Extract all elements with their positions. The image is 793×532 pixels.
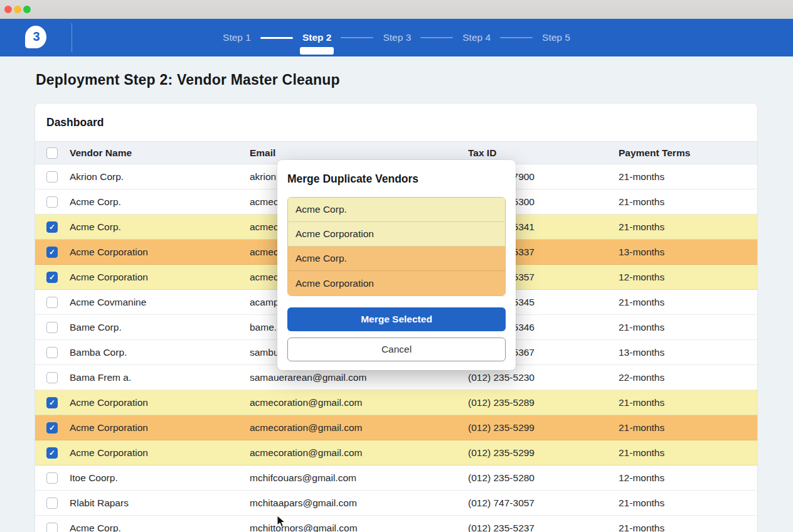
- vendor-name-cell: Rlabit Rapars: [70, 497, 250, 509]
- row-checkbox[interactable]: [46, 196, 58, 208]
- merge-candidate-item[interactable]: Acme Corporation: [288, 222, 505, 247]
- table-row[interactable]: ✓ Acme Corporation acmecoration@gmail.co…: [35, 440, 757, 466]
- payment-terms-cell: 21-months: [619, 171, 757, 183]
- payment-terms-cell: 21-months: [619, 523, 757, 532]
- table-row[interactable]: ✓ Acme Corporation acmecoration@gmail.co…: [35, 415, 757, 440]
- payment-terms-cell: 21-months: [619, 196, 757, 208]
- vendor-name-cell: Acme Corp.: [70, 523, 250, 532]
- row-checkbox[interactable]: ✓: [46, 447, 58, 459]
- step-item-5[interactable]: Step 5: [541, 29, 572, 46]
- table-row[interactable]: Acme Corp. mchittornors@gmail.com (012) …: [35, 516, 757, 532]
- row-checkbox[interactable]: ✓: [46, 397, 58, 408]
- payment-terms-cell: 12-months: [619, 472, 757, 484]
- vendor-name-cell: Acme Covmanine: [70, 297, 250, 308]
- email-cell: acmecoration@gmail.com: [250, 447, 468, 459]
- tax-id-cell: (012) 235-5237: [468, 523, 619, 532]
- payment-terms-cell: 12-months: [619, 272, 757, 283]
- merge-candidate-item[interactable]: Acme Corporation: [288, 271, 505, 295]
- merge-candidate-list: Acme Corp.Acme CorporationAcme Corp.Acme…: [287, 197, 506, 296]
- step-item-3[interactable]: Step 3: [381, 29, 412, 46]
- payment-terms-cell: 13-months: [619, 247, 757, 258]
- merge-candidate-item[interactable]: Acme Corp.: [288, 247, 505, 271]
- payment-terms-cell: 21-months: [619, 447, 757, 459]
- zoom-window-button[interactable]: [23, 6, 31, 13]
- vendor-name-cell: Bama Frem a.: [70, 372, 250, 383]
- step-connector: [420, 37, 453, 38]
- email-cell: mchifcouars@gmail.com: [250, 472, 468, 484]
- merge-selected-button[interactable]: Merge Selected: [287, 307, 506, 331]
- vendor-name-cell: Acme Corporation: [70, 422, 250, 434]
- payment-terms-cell: 21-months: [619, 297, 757, 308]
- tax-id-cell: (012) 235-5299: [468, 422, 619, 434]
- row-checkbox[interactable]: [46, 472, 58, 484]
- row-checkbox[interactable]: ✓: [46, 221, 58, 233]
- tax-id-cell: (012) 235-5280: [468, 472, 619, 484]
- row-checkbox[interactable]: [46, 347, 58, 358]
- tax-id-cell: (012) 235-5299: [468, 447, 619, 459]
- merge-candidate-item[interactable]: Acme Corp.: [288, 198, 505, 222]
- page-title: Deployment Step 2: Vendor Master Cleanup: [36, 72, 793, 88]
- merge-duplicates-modal: Merge Duplicate Vendors Acme Corp.Acme C…: [277, 160, 516, 370]
- payment-terms-cell: 21-months: [619, 497, 757, 509]
- minimize-window-button[interactable]: [14, 6, 21, 13]
- step-item-2[interactable]: Step 2: [301, 29, 333, 46]
- row-checkbox[interactable]: [46, 322, 58, 333]
- row-checkbox[interactable]: ✓: [46, 422, 58, 434]
- table-row[interactable]: Rlabit Rapars mchitaapars@gmail.com (012…: [35, 491, 757, 516]
- vendor-name-cell: Acme Corporation: [70, 397, 250, 408]
- payment-terms-cell: 13-months: [619, 347, 757, 358]
- email-cell: samauerarean@gmail.com: [250, 372, 468, 383]
- column-header-tax-id[interactable]: Tax ID: [468, 147, 619, 159]
- column-header-email[interactable]: Email: [250, 147, 468, 159]
- card-title: Dashboard: [35, 104, 757, 141]
- mouse-cursor-icon: [277, 516, 287, 528]
- email-cell: acmecoration@gmail.com: [250, 397, 468, 408]
- row-checkbox[interactable]: [46, 497, 58, 509]
- table-row[interactable]: ✓ Acme Corporation acmecoration@gmail.co…: [35, 390, 757, 415]
- payment-terms-cell: 21-months: [619, 322, 757, 333]
- vendor-name-cell: Acme Corporation: [70, 447, 250, 459]
- row-checkbox[interactable]: [46, 523, 58, 532]
- row-checkbox[interactable]: [46, 171, 58, 183]
- payment-terms-cell: 22-months: [619, 372, 757, 383]
- step-connector: [500, 37, 533, 38]
- steps-nav: Step 1Step 2Step 3Step 4Step 5: [0, 19, 793, 56]
- vendor-name-cell: Bame Corp.: [70, 322, 250, 333]
- app-logo: 3: [25, 26, 48, 50]
- vendor-name-cell: Acme Corp.: [70, 221, 250, 233]
- tax-id-cell: (012) 235-5230: [468, 372, 619, 383]
- payment-terms-cell: 21-months: [619, 221, 757, 233]
- select-all-checkbox[interactable]: [46, 147, 58, 159]
- column-header-payment-terms[interactable]: Payment Terms: [619, 147, 757, 159]
- active-step-indicator: [300, 47, 334, 55]
- row-checkbox[interactable]: ✓: [46, 272, 58, 283]
- close-window-button[interactable]: [4, 6, 12, 13]
- row-checkbox[interactable]: ✓: [46, 247, 58, 258]
- cancel-button[interactable]: Cancel: [287, 338, 506, 361]
- logo-p-icon: 3: [25, 26, 46, 48]
- app-header: 3 Step 1Step 2Step 3Step 4Step 5: [0, 19, 793, 56]
- window-titlebar: [0, 0, 793, 19]
- modal-title: Merge Duplicate Vendors: [287, 173, 506, 186]
- table-row[interactable]: Itoe Coorp. mchifcouars@gmail.com (012) …: [35, 466, 757, 491]
- vendor-name-cell: Acme Corporation: [70, 272, 250, 283]
- vendor-name-cell: Itoe Coorp.: [70, 472, 250, 484]
- payment-terms-cell: 21-months: [619, 422, 757, 434]
- column-header-vendor-name[interactable]: Vendor Name: [70, 147, 250, 159]
- step-connector: [341, 37, 373, 38]
- tax-id-cell: (012) 747-3057: [468, 497, 619, 509]
- email-cell: acmecoration@gmail.com: [250, 422, 468, 434]
- step-item-1[interactable]: Step 1: [221, 29, 252, 46]
- vendor-name-cell: Acme Corporation: [70, 247, 250, 258]
- payment-terms-cell: 21-months: [619, 397, 757, 408]
- email-cell: mchitaapars@gmail.com: [250, 497, 468, 509]
- row-checkbox[interactable]: [46, 372, 58, 383]
- step-item-4[interactable]: Step 4: [461, 29, 492, 46]
- vendor-name-cell: Bamba Corp.: [70, 347, 250, 358]
- vendor-name-cell: Acme Corp.: [70, 196, 250, 208]
- tax-id-cell: (012) 235-5289: [468, 397, 619, 408]
- vendor-name-cell: Akrion Corp.: [70, 171, 250, 183]
- step-connector: [260, 37, 293, 39]
- row-checkbox[interactable]: [46, 297, 58, 308]
